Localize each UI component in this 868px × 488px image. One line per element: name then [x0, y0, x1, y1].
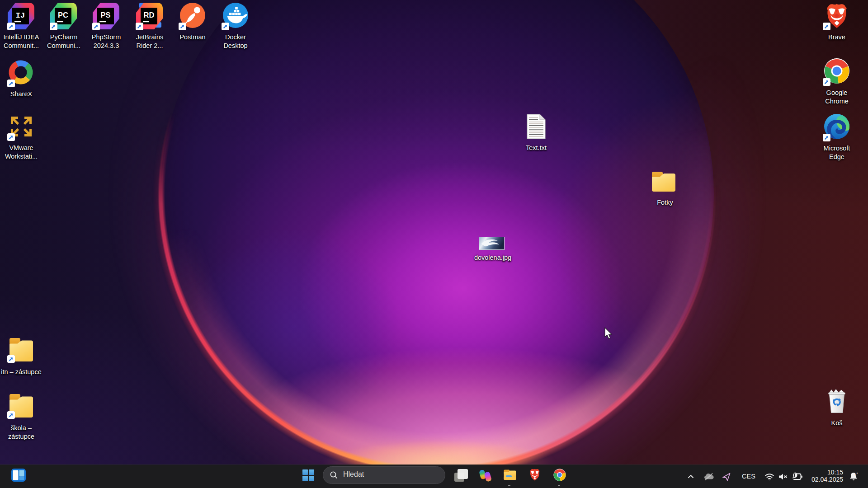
svg-text:RD: RD [144, 11, 155, 19]
svg-text:PS: PS [100, 11, 110, 19]
svg-text:PC: PC [58, 11, 68, 19]
svg-text:IJ: IJ [16, 11, 25, 20]
svg-text:z: z [857, 472, 858, 474]
